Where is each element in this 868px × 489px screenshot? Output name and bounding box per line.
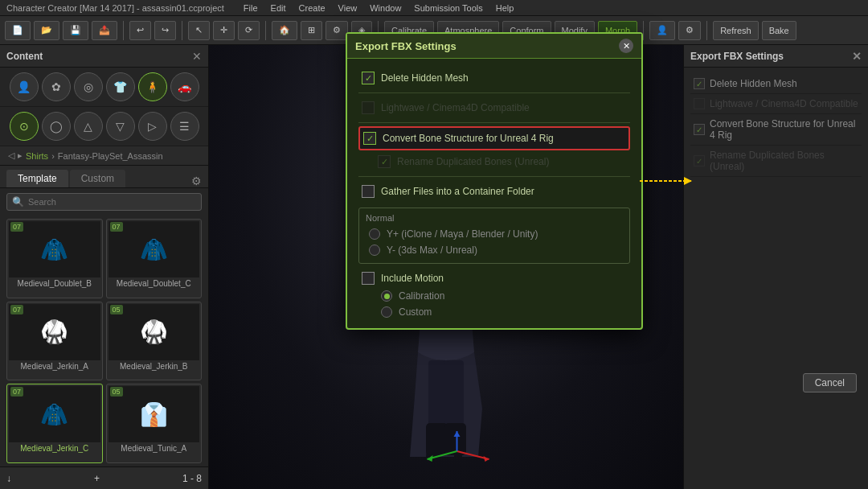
radio-label-yminus: Y- (3ds Max / Unreal) — [387, 244, 477, 256]
include-motion-row[interactable]: Include Motion — [358, 269, 630, 288]
setting-rename-bones: Rename Duplicated Bones (Unreal) — [358, 150, 630, 173]
checkbox-convert-bone[interactable] — [363, 132, 376, 145]
radio-yminus[interactable] — [369, 244, 380, 256]
label-delete-hidden: Delete Hidden Mesh — [381, 72, 469, 84]
label-gather-files: Gather Files into a Container Folder — [381, 186, 534, 197]
divider-3 — [358, 176, 630, 177]
setting-gather-files[interactable]: Gather Files into a Container Folder — [358, 180, 630, 203]
radio-calibration[interactable] — [381, 290, 392, 302]
divider-1 — [358, 92, 630, 93]
motion-radio-group: Calibration Custom — [358, 288, 630, 320]
label-lightwave: Lightwave / Cinema4D Compatible — [381, 102, 530, 113]
checkbox-rename-bones — [378, 155, 391, 168]
modal-overlay: Export FBX Settings ✕ Delete Hidden Mesh… — [0, 0, 868, 489]
setting-lightwave: Lightwave / Cinema4D Compatible — [358, 97, 630, 119]
normal-section: Normal Y+ (iClone / Maya / Blender / Uni… — [358, 208, 630, 264]
modal-body: Delete Hidden Mesh Lightwave / Cinema4D … — [347, 59, 641, 328]
checkbox-lightwave — [362, 101, 375, 114]
radio-custom[interactable] — [381, 306, 392, 318]
radio-row-custom[interactable]: Custom — [378, 304, 630, 320]
modal-header: Export FBX Settings ✕ — [347, 34, 641, 59]
setting-delete-hidden[interactable]: Delete Hidden Mesh — [358, 67, 630, 89]
label-include-motion: Include Motion — [381, 273, 444, 284]
radio-label-calibration: Calibration — [399, 290, 444, 302]
svg-marker-15 — [684, 177, 692, 185]
include-motion-section: Include Motion Calibration Custom — [358, 269, 630, 320]
divider-2 — [358, 122, 630, 123]
radio-label-custom: Custom — [399, 306, 432, 318]
radio-row-calibration[interactable]: Calibration — [378, 288, 630, 304]
label-convert-bone: Convert Bone Structure for Unreal 4 Rig — [383, 133, 554, 144]
annotation-arrow — [640, 165, 704, 197]
checkbox-gather-files[interactable] — [362, 185, 375, 198]
radio-row-yplus[interactable]: Y+ (iClone / Maya / Blender / Unity) — [366, 226, 623, 242]
normal-section-label: Normal — [366, 213, 623, 223]
setting-convert-bone[interactable]: Convert Bone Structure for Unreal 4 Rig — [358, 126, 630, 150]
radio-row-yminus[interactable]: Y- (3ds Max / Unreal) — [366, 242, 623, 258]
checkbox-include-motion[interactable] — [362, 272, 375, 285]
modal-title: Export FBX Settings — [355, 40, 457, 52]
label-rename-bones: Rename Duplicated Bones (Unreal) — [397, 156, 549, 167]
radio-yplus[interactable] — [369, 228, 380, 240]
export-fbx-modal: Export FBX Settings ✕ Delete Hidden Mesh… — [346, 32, 643, 330]
modal-close-button[interactable]: ✕ — [619, 39, 633, 53]
radio-label-yplus: Y+ (iClone / Maya / Blender / Unity) — [387, 228, 538, 240]
checkbox-delete-hidden[interactable] — [362, 72, 375, 84]
